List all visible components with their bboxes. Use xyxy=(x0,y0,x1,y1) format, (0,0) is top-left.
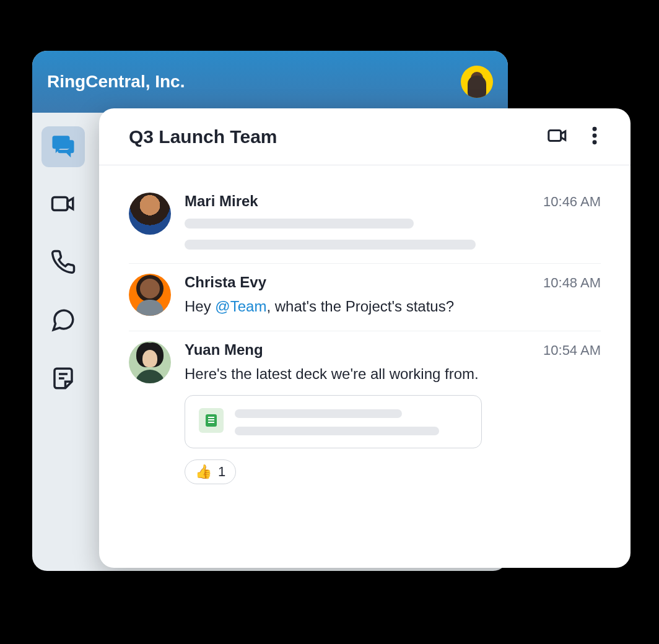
svg-point-3 xyxy=(593,133,597,137)
svg-point-2 xyxy=(593,126,597,131)
thumbs-up-icon: 👍 xyxy=(195,464,212,480)
message: Yuan Meng 10:54 AM Here's the latest dec… xyxy=(129,331,601,498)
video-icon xyxy=(50,191,76,219)
nav-messages[interactable] xyxy=(41,126,85,167)
app-header: RingCentral, Inc. xyxy=(32,51,508,113)
svg-point-4 xyxy=(593,140,597,144)
phone-icon xyxy=(50,249,76,277)
reaction-count: 1 xyxy=(218,464,225,480)
start-video-button[interactable] xyxy=(545,124,570,149)
reaction-chip[interactable]: 👍 1 xyxy=(185,459,236,484)
message: Christa Evy 10:48 AM Hey @Team, what's t… xyxy=(129,263,601,331)
sheets-icon xyxy=(199,408,224,433)
svg-rect-0 xyxy=(53,198,68,211)
message-author: Mari Mirek xyxy=(185,193,258,210)
text-placeholder xyxy=(235,427,439,435)
org-name: RingCentral, Inc. xyxy=(47,72,185,92)
message-text: Hey @Team, what's the Project's status? xyxy=(185,296,601,317)
chat-bubble-icon xyxy=(50,307,76,336)
profile-avatar[interactable] xyxy=(461,66,493,98)
side-nav xyxy=(32,113,94,400)
messages-icon xyxy=(50,133,76,161)
message-time: 10:46 AM xyxy=(543,194,601,210)
message-author: Yuan Meng xyxy=(185,341,263,359)
svg-rect-1 xyxy=(549,130,561,141)
notes-icon xyxy=(50,365,76,394)
chat-header: Q3 Launch Team xyxy=(99,108,631,165)
chat-title: Q3 Launch Team xyxy=(129,126,277,147)
chat-actions xyxy=(545,124,607,149)
nav-phone[interactable] xyxy=(41,243,85,284)
avatar[interactable] xyxy=(129,341,171,383)
message-time: 10:54 AM xyxy=(543,342,601,359)
text-placeholder xyxy=(235,409,402,418)
mention[interactable]: @Team xyxy=(215,298,266,315)
nav-video[interactable] xyxy=(41,185,85,225)
more-options-button[interactable] xyxy=(582,124,607,149)
more-vertical-icon xyxy=(592,126,597,148)
message: Mari Mirek 10:46 AM xyxy=(129,183,601,263)
nav-chat[interactable] xyxy=(41,301,85,342)
video-icon xyxy=(547,125,568,149)
text-placeholder xyxy=(185,240,476,250)
text-placeholder xyxy=(185,219,414,228)
messages-list: Mari Mirek 10:46 AM Christa Evy 10:48 AM… xyxy=(99,165,631,498)
avatar[interactable] xyxy=(129,274,171,316)
message-author: Christa Evy xyxy=(185,274,266,291)
avatar[interactable] xyxy=(129,193,171,235)
chat-panel: Q3 Launch Team Mari Mirek 10:46 AM xyxy=(99,108,631,568)
message-time: 10:48 AM xyxy=(543,275,601,291)
nav-notes[interactable] xyxy=(41,359,85,400)
attachment-card[interactable] xyxy=(185,395,482,448)
message-text: Here's the latest deck we're all working… xyxy=(185,363,601,385)
